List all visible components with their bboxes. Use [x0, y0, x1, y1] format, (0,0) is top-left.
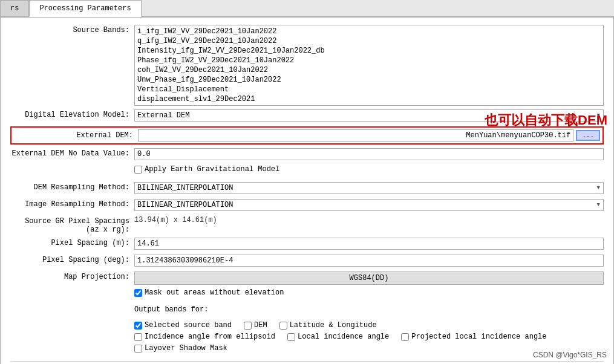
band-lat-lon-label: Latitude & Longitude: [290, 321, 377, 330]
band-lat-lon-group: Latitude & Longitude: [279, 321, 377, 330]
source-bands-listbox[interactable]: i_ifg_IW2_VV_29Dec2021_10Jan2022 q_ifg_I…: [134, 25, 604, 106]
dem-area: External DEM: [134, 109, 604, 122]
band-local-incidence-group: Local incidence angle: [287, 333, 389, 341]
list-item: Intensity_ifg_IW2_VV_29Dec2021_10Jan2022…: [136, 46, 602, 56]
band-layover-shadow-group: Layover Shadow Mask: [134, 344, 227, 353]
pixel-spacing-deg-label: Pixel Spacing (deg):: [10, 255, 134, 264]
source-gr-label: Source GR Pixel Spacings (az x rg):: [10, 216, 134, 234]
list-item: Unw_Phase_ifg_29Dec2021_10Jan2022: [136, 75, 602, 85]
dem-resampling-select[interactable]: BILINEAR_INTERPOLATION: [134, 182, 604, 194]
list-item: coh_IW2_VV_29Dec2021_10Jan2022: [136, 65, 602, 75]
band-incidence-ellipsoid-checkbox[interactable]: [134, 333, 142, 341]
band-projected-local-label: Projected local incidence angle: [411, 333, 546, 341]
mask-row: Mask out areas without elevation: [134, 288, 604, 302]
image-resampling-area: BILINEAR_INTERPOLATION: [134, 199, 604, 211]
image-resampling-row: Image Resampling Method: BILINEAR_INTERP…: [10, 199, 604, 212]
external-dem-row: External DEM: ...: [10, 126, 604, 145]
band-dem-checkbox[interactable]: [244, 322, 252, 330]
band-dem-group: DEM: [244, 321, 267, 330]
external-dem-nodata-row: External DEM No Data Value:: [10, 148, 604, 161]
source-bands-row: Source Bands: i_ifg_IW2_VV_29Dec2021_10J…: [10, 25, 604, 106]
pixel-spacing-deg-input[interactable]: [134, 255, 604, 267]
band-selected-source-checkbox[interactable]: [134, 322, 142, 330]
main-panel: 也可以自动下载DEM Source Bands: i_ifg_IW2_VV_29…: [0, 17, 614, 364]
tab-processing-parameters[interactable]: Processing Parameters: [29, 0, 141, 17]
output-bands-row-2: Incidence angle from ellipsoid Local inc…: [10, 333, 604, 341]
band-dem-label: DEM: [254, 321, 267, 330]
dem-resampling-wrapper: BILINEAR_INTERPOLATION: [134, 182, 604, 194]
list-item: displacement_slv1_29Dec2021: [136, 94, 602, 104]
dem-row: Digital Elevation Model: External DEM: [10, 109, 604, 123]
external-dem-nodata-area: [134, 148, 604, 160]
pixel-spacing-m-input[interactable]: [134, 238, 604, 250]
band-selected-source-label: Selected source band: [145, 321, 232, 330]
image-resampling-select[interactable]: BILINEAR_INTERPOLATION: [134, 199, 604, 211]
tab-rs[interactable]: rs: [0, 0, 29, 16]
band-projected-local-checkbox[interactable]: [401, 333, 409, 341]
layover-shadow-row: Layover Shadow Mask: [10, 344, 604, 357]
band-incidence-ellipsoid-label: Incidence angle from ellipsoid: [145, 333, 275, 341]
source-gr-area: 13.94(m) x 14.61(m): [134, 216, 604, 224]
image-resampling-wrapper: BILINEAR_INTERPOLATION: [134, 199, 604, 211]
mask-label: Mask out areas without elevation: [145, 288, 284, 297]
apply-earth-grav-checkbox[interactable]: [134, 166, 142, 174]
band-projected-local-group: Projected local incidence angle: [401, 333, 546, 341]
map-projection-area: WGS84(DD): [134, 271, 604, 285]
output-bands-label: Output bands for:: [134, 305, 208, 314]
mask-checkbox[interactable]: [134, 289, 142, 297]
source-bands-area: i_ifg_IW2_VV_29Dec2021_10Jan2022 q_ifg_I…: [134, 25, 604, 106]
band-local-incidence-label: Local incidence angle: [298, 333, 389, 341]
dem-resampling-label: DEM Resampling Method:: [10, 182, 134, 192]
map-projection-label: Map Projection:: [10, 271, 134, 281]
map-projection-row: Map Projection: WGS84(DD): [10, 271, 604, 285]
mask-checkbox-row: Mask out areas without elevation: [134, 288, 604, 297]
external-dem-nodata-input[interactable]: [134, 148, 604, 160]
apply-earth-grav-spacer: [10, 165, 134, 166]
external-dem-label: External DEM:: [14, 131, 138, 140]
watermark: CSDN @Vigo*GIS_RS: [533, 351, 607, 359]
external-dem-nodata-label: External DEM No Data Value:: [10, 148, 134, 158]
list-item: i_ifg_IW2_VV_29Dec2021_10Jan2022: [136, 27, 602, 36]
band-local-incidence-checkbox[interactable]: [287, 333, 295, 341]
source-bands-label: Source Bands:: [10, 25, 134, 34]
apply-earth-grav-row: Apply Earth Gravitational Model: [10, 165, 604, 178]
source-gr-row: Source GR Pixel Spacings (az x rg): 13.9…: [10, 216, 604, 234]
apply-earth-grav-label: Apply Earth Gravitational Model: [145, 165, 279, 174]
band-lat-lon-checkbox[interactable]: [279, 322, 287, 330]
list-item: Phase_ifg_IW2_VV_29Dec2021_10Jan2022: [136, 56, 602, 65]
apply-earth-grav-checkbox-row: Apply Earth Gravitational Model: [134, 165, 279, 174]
dem-select-wrapper: External DEM: [134, 109, 604, 122]
list-item: Vertical_Displacement: [136, 85, 602, 94]
dem-label: Digital Elevation Model:: [10, 109, 134, 119]
pixel-spacing-deg-row: Pixel Spacing (deg):: [10, 255, 604, 268]
browse-button[interactable]: ...: [576, 130, 600, 141]
image-resampling-label: Image Resampling Method:: [10, 199, 134, 209]
dem-resampling-row: DEM Resampling Method: BILINEAR_INTERPOL…: [10, 182, 604, 195]
external-dem-input[interactable]: [138, 129, 573, 141]
map-projection-button[interactable]: WGS84(DD): [134, 271, 604, 285]
dem-select[interactable]: External DEM: [134, 109, 604, 122]
band-layover-shadow-checkbox[interactable]: [134, 345, 142, 353]
pixel-spacing-m-label: Pixel Spacing (m):: [10, 238, 134, 247]
apply-earth-grav-area: Apply Earth Gravitational Model: [134, 165, 604, 177]
dem-resampling-area: BILINEAR_INTERPOLATION: [134, 182, 604, 194]
band-layover-shadow-label: Layover Shadow Mask: [145, 344, 227, 353]
output-bands-header-row: Output bands for:: [134, 305, 604, 319]
list-item: q_ifg_IW2_VV_29Dec2021_10Jan2022: [136, 36, 602, 46]
divider: [10, 361, 604, 362]
pixel-spacing-m-area: [134, 238, 604, 250]
tab-bar: rs Processing Parameters: [0, 0, 614, 17]
band-incidence-ellipsoid-group: Incidence angle from ellipsoid: [134, 333, 275, 341]
source-gr-value: 13.94(m) x 14.61(m): [134, 216, 217, 224]
band-selected-source-group: Selected source band: [134, 321, 232, 330]
pixel-spacing-m-row: Pixel Spacing (m):: [10, 238, 604, 251]
pixel-spacing-deg-area: [134, 255, 604, 267]
output-bands-row-1: Selected source band DEM Latitude & Long…: [10, 321, 604, 330]
